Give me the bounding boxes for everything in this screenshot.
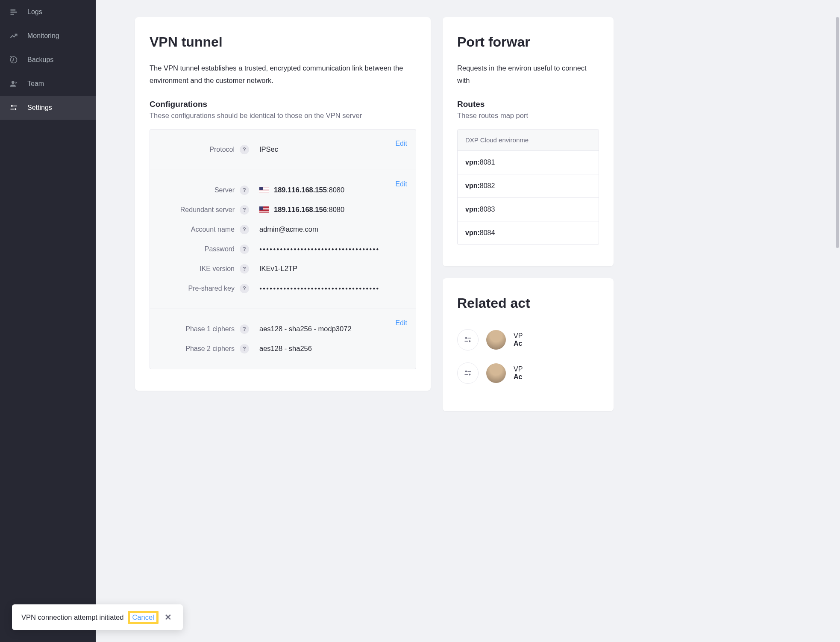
svg-rect-1	[11, 12, 17, 13]
svg-point-10	[465, 337, 467, 339]
phase1-label: Phase 1 ciphers	[158, 325, 240, 333]
config-group-ciphers: Edit Phase 1 ciphers ? aes128 - sha256 -…	[150, 309, 416, 369]
sidebar: Logs Monitoring Backups Team Settings	[0, 0, 96, 642]
config-row-protocol: Protocol ? IPSec	[158, 140, 408, 159]
account-value: admin@acme.com	[259, 225, 408, 233]
svg-point-6	[11, 105, 13, 107]
related-title: Related act	[457, 295, 599, 311]
config-row-phase1: Phase 1 ciphers ? aes128 - sha256 - modp…	[158, 319, 408, 339]
edit-server-link[interactable]: Edit	[395, 180, 407, 188]
config-row-password: Password ? ●●●●●●●●●●●●●●●●●●●●●●●●●●●●●…	[158, 239, 408, 259]
sidebar-item-label: Monitoring	[27, 32, 59, 40]
config-row-ike: IKE version ? IKEv1-L2TP	[158, 259, 408, 279]
routes-row[interactable]: vpn:8082	[458, 174, 599, 198]
main-content: VPN tunnel The VPN tunnel establishes a …	[96, 0, 840, 642]
config-row-redundant: Redundant server ? 189.116.168.156:8080	[158, 200, 408, 220]
monitoring-icon	[9, 32, 18, 40]
avatar	[486, 363, 506, 383]
routes-sub: These routes map port	[457, 112, 599, 120]
activity-text: VPAc	[514, 332, 523, 348]
svg-rect-2	[11, 14, 14, 15]
redundant-label: Redundant server	[158, 206, 240, 214]
routes-table-header: DXP Cloud environme	[458, 130, 599, 151]
protocol-label: Protocol	[158, 146, 240, 153]
svg-rect-13	[465, 341, 468, 342]
routes-row[interactable]: vpn:8083	[458, 198, 599, 221]
svg-point-16	[469, 374, 470, 375]
svg-rect-7	[13, 106, 17, 106]
help-icon[interactable]: ?	[240, 186, 249, 195]
psk-value: ●●●●●●●●●●●●●●●●●●●●●●●●●●●●●●●●●●●	[259, 286, 408, 291]
scrollbar[interactable]	[836, 17, 839, 248]
config-row-psk: Pre-shared key ? ●●●●●●●●●●●●●●●●●●●●●●●…	[158, 279, 408, 298]
redundant-value: 189.116.168.156:8080	[259, 206, 408, 214]
sidebar-item-backups[interactable]: Backups	[0, 48, 96, 72]
psk-label: Pre-shared key	[158, 285, 240, 292]
sidebar-item-team[interactable]: Team	[0, 72, 96, 96]
sidebar-item-label: Settings	[27, 104, 52, 112]
sidebar-item-settings[interactable]: Settings	[0, 96, 96, 120]
team-icon	[9, 80, 18, 88]
svg-rect-15	[467, 371, 471, 372]
port-forwarding-title: Port forwar	[457, 34, 599, 50]
config-row-account: Account name ? admin@acme.com	[158, 220, 408, 239]
config-heading: Configurations	[150, 100, 416, 109]
routes-table: DXP Cloud environme vpn:8081 vpn:8082 vp…	[457, 129, 599, 245]
help-icon[interactable]: ?	[240, 205, 249, 215]
server-label: Server	[158, 186, 240, 194]
activity-row[interactable]: VPAc	[457, 356, 599, 390]
phase1-value: aes128 - sha256 - modp3072	[259, 325, 408, 333]
svg-rect-0	[11, 9, 16, 11]
vpn-tunnel-card: VPN tunnel The VPN tunnel establishes a …	[135, 17, 431, 391]
toast-notification: VPN connection attempt initiated Cancel …	[12, 604, 183, 630]
related-activities-card: Related act VPAc VPAc	[443, 278, 614, 411]
edit-protocol-link[interactable]: Edit	[395, 140, 407, 147]
settings-icon	[9, 103, 18, 112]
svg-rect-9	[11, 109, 14, 110]
help-icon[interactable]: ?	[240, 324, 249, 334]
svg-point-8	[15, 108, 16, 110]
routes-heading: Routes	[457, 100, 599, 109]
toast-message: VPN connection attempt initiated	[21, 613, 123, 621]
routes-row[interactable]: vpn:8084	[458, 221, 599, 244]
sidebar-item-monitoring[interactable]: Monitoring	[0, 24, 96, 48]
svg-rect-17	[465, 374, 468, 375]
activity-row[interactable]: VPAc	[457, 323, 599, 356]
svg-rect-11	[467, 338, 471, 339]
port-forwarding-card: Port forwar Requests in the environ usef…	[443, 17, 614, 266]
settings-icon	[457, 362, 479, 384]
sidebar-item-logs[interactable]: Logs	[0, 0, 96, 24]
port-forwarding-desc: Requests in the environ useful to connec…	[457, 62, 599, 87]
settings-icon	[457, 329, 479, 350]
help-icon[interactable]: ?	[240, 344, 249, 353]
edit-ciphers-link[interactable]: Edit	[395, 319, 407, 327]
logs-icon	[9, 8, 18, 16]
activity-text: VPAc	[514, 365, 523, 381]
config-row-phase2: Phase 2 ciphers ? aes128 - sha256	[158, 339, 408, 359]
ike-value: IKEv1-L2TP	[259, 265, 408, 273]
us-flag-icon	[259, 206, 269, 213]
ike-label: IKE version	[158, 265, 240, 273]
server-value: 189.116.168.155:8080	[259, 186, 408, 194]
routes-row[interactable]: vpn:8081	[458, 151, 599, 174]
config-group-protocol: Edit Protocol ? IPSec	[150, 130, 416, 170]
sidebar-item-label: Backups	[27, 56, 53, 64]
svg-point-14	[465, 371, 467, 372]
toast-cancel-link[interactable]: Cancel	[129, 613, 156, 622]
help-icon[interactable]: ?	[240, 264, 249, 274]
help-icon[interactable]: ?	[240, 244, 249, 254]
help-icon[interactable]: ?	[240, 284, 249, 293]
sidebar-item-label: Logs	[27, 8, 42, 16]
config-table: Edit Protocol ? IPSec Edit Server ?	[150, 129, 416, 369]
password-value: ●●●●●●●●●●●●●●●●●●●●●●●●●●●●●●●●●●●	[259, 247, 408, 251]
vpn-description: The VPN tunnel establishes a trusted, en…	[150, 62, 416, 87]
help-icon[interactable]: ?	[240, 225, 249, 234]
phase2-value: aes128 - sha256	[259, 345, 408, 353]
account-label: Account name	[158, 226, 240, 233]
help-icon[interactable]: ?	[240, 145, 249, 154]
phase2-label: Phase 2 ciphers	[158, 345, 240, 353]
password-label: Password	[158, 245, 240, 253]
close-icon[interactable]: ✕	[163, 612, 173, 622]
us-flag-icon	[259, 187, 269, 193]
sidebar-item-label: Team	[27, 80, 44, 88]
